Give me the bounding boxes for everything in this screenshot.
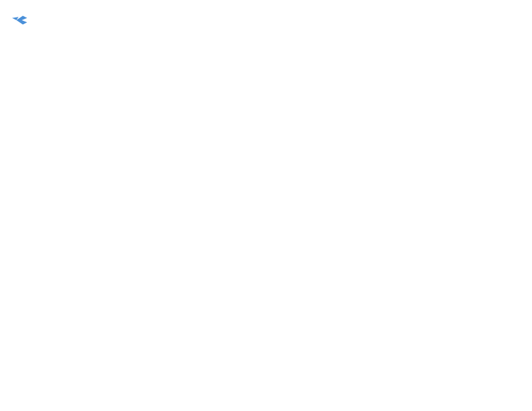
logo-bird-icon [12, 13, 28, 27]
page-header [11, 11, 521, 27]
logo [11, 13, 28, 27]
